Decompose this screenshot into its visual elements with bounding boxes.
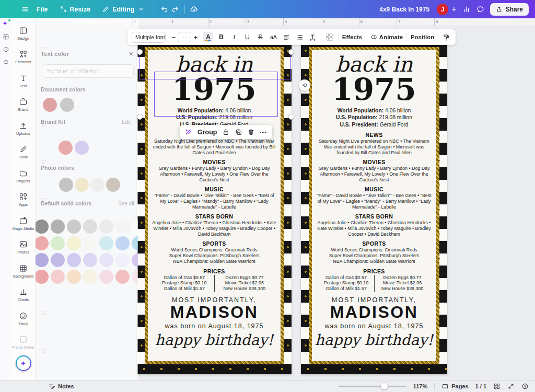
solid-swatch-2[interactable] [67, 270, 81, 284]
sidebar-item-magic-media[interactable]: Magic Media [11, 212, 36, 236]
magic-edit-icon[interactable] [185, 128, 193, 136]
photo-swatch-3[interactable] [106, 178, 120, 192]
solid-swatch-5[interactable] [115, 270, 130, 284]
pages-button[interactable]: Pages [441, 383, 468, 390]
happy-birthday-text[interactable]: happy birthday! [315, 331, 434, 349]
font-size-value[interactable]: -- [178, 32, 191, 42]
photo-swatch-2[interactable] [90, 178, 104, 192]
canva-logo-icon[interactable]: ✦ [3, 20, 9, 27]
solid-swatch-1[interactable] [51, 253, 65, 267]
doc-swatch-0[interactable] [43, 98, 57, 112]
templates-icon[interactable] [3, 33, 9, 40]
solid-swatch-6[interactable] [132, 220, 138, 234]
file-button[interactable]: File [32, 3, 53, 16]
list-button[interactable] [295, 32, 304, 42]
zoom-slider-knob[interactable] [380, 382, 388, 390]
solid-swatch-4[interactable] [99, 270, 113, 284]
poster-card[interactable]: back in 1975 World Population:4.06 billi… [309, 47, 439, 364]
zoom-slider[interactable] [339, 383, 406, 390]
prices-table[interactable]: Gallon of Gas $0.57Postage Stamp $0.10Ga… [318, 275, 430, 292]
group-button[interactable]: Group [197, 129, 217, 136]
italic-button[interactable]: I [229, 32, 239, 42]
sidebar-item-background[interactable]: Background [11, 259, 36, 283]
zoom-level[interactable]: 117% [413, 383, 428, 389]
letter-spacing-button[interactable] [308, 32, 317, 42]
solid-swatch-6[interactable] [132, 253, 138, 267]
more-options-button[interactable]: ••• [260, 129, 268, 135]
solid-swatch-2[interactable] [67, 220, 81, 234]
solid-swatch-3[interactable] [83, 270, 97, 284]
solid-swatch-2[interactable] [67, 253, 81, 267]
born-text[interactable]: was born on August 18, 1975 [150, 322, 278, 330]
selection-handle[interactable] [137, 114, 143, 120]
solid-swatch-5[interactable] [115, 253, 130, 267]
sidebar-item-uploads[interactable]: Uploads [11, 117, 36, 141]
prices-table[interactable]: Gallon of Gas $0.57Postage Stamp $0.10Ga… [154, 275, 274, 292]
editing-mode-button[interactable]: Editing [97, 3, 149, 16]
avatar[interactable]: J [437, 4, 448, 15]
bold-button[interactable]: B [216, 32, 226, 42]
doc-swatch-1[interactable] [60, 98, 74, 112]
recent-clock-icon[interactable] [3, 45, 9, 52]
font-size-decrease-button[interactable]: − [169, 33, 178, 41]
transparency-button[interactable] [325, 32, 334, 42]
add-member-button[interactable]: + [451, 5, 456, 14]
happy-birthday-text[interactable]: happy birthday! [150, 331, 278, 349]
strikethrough-button[interactable]: S [255, 32, 265, 42]
document-title[interactable]: 4x9 Back In 1975 [379, 6, 429, 13]
text-case-button[interactable]: aA [269, 32, 278, 42]
resize-button[interactable]: Resize [55, 3, 96, 16]
solid-swatch-0[interactable] [36, 220, 49, 234]
sidebar-item-text[interactable]: Text [11, 69, 36, 93]
redo-icon[interactable] [171, 5, 180, 14]
selection-handle[interactable] [288, 114, 294, 120]
sidebar-item-charts[interactable]: Charts [11, 283, 36, 307]
prices-heading[interactable]: PRICES [150, 268, 278, 274]
solid-swatch-0[interactable] [36, 253, 49, 267]
name-text[interactable]: MADISON [315, 304, 434, 321]
solid-swatch-6[interactable] [132, 236, 138, 250]
solid-swatch-4[interactable] [99, 253, 113, 267]
underline-button[interactable]: U [242, 32, 252, 42]
selection-handle[interactable] [288, 49, 294, 55]
born-text[interactable]: was born on August 18, 1975 [315, 322, 434, 330]
solid-swatch-1[interactable] [51, 270, 65, 284]
starred-icon[interactable] [3, 58, 9, 65]
solid-swatch-0[interactable] [36, 236, 49, 250]
solid-swatch-6[interactable] [132, 270, 138, 284]
grid-view-icon[interactable] [493, 383, 501, 390]
year-text[interactable]: 1975 [150, 75, 278, 104]
page-2[interactable]: back in 1975 World Population:4.06 billi… [301, 44, 447, 374]
copy-style-roller-icon[interactable] [442, 32, 451, 42]
insights-icon[interactable] [462, 5, 471, 14]
solid-swatch-3[interactable] [83, 253, 97, 267]
sidebar-item-photos[interactable]: Photos [11, 236, 36, 260]
brand-swatch-1[interactable] [75, 141, 89, 155]
sidebar-item-emoji[interactable]: Emoji [11, 307, 36, 331]
sidebar-item-elements[interactable]: Elements [11, 45, 36, 70]
selection-handle[interactable] [137, 49, 143, 55]
sidebar-item-design[interactable]: Design [11, 21, 36, 45]
undo-icon[interactable] [160, 5, 169, 14]
sidebar-item-tools[interactable]: Tools [11, 141, 36, 165]
notes-button[interactable]: Notes [48, 383, 74, 390]
solid-swatch-3[interactable] [83, 236, 97, 250]
assistant-button[interactable]: ✦ [16, 355, 31, 371]
effects-button[interactable]: Effects [342, 34, 362, 40]
name-text[interactable]: MADISON [150, 304, 278, 321]
font-family-select[interactable]: Multiple fonts [132, 32, 166, 43]
solid-swatch-3[interactable] [83, 220, 97, 234]
solid-swatch-5[interactable] [115, 220, 130, 234]
animate-button[interactable]: Animate [370, 33, 403, 41]
share-button[interactable]: Share [490, 3, 529, 16]
brand-kit-edit-link[interactable]: Edit [122, 119, 131, 125]
solid-swatch-4[interactable] [99, 220, 113, 234]
stats-block[interactable]: World Population:4.06 billionU.S. Popula… [315, 107, 434, 128]
prices-heading[interactable]: PRICES [315, 268, 434, 274]
sidebar-item-apps[interactable]: Apps [11, 188, 36, 212]
duplicate-icon[interactable] [235, 128, 242, 136]
rotate-handle-icon[interactable]: ⟲ [299, 79, 310, 91]
photo-swatch-0[interactable] [59, 178, 73, 192]
sidebar-item-frame-maker[interactable]: Frame Maker [11, 331, 36, 355]
solid-swatch-0[interactable] [36, 270, 49, 284]
